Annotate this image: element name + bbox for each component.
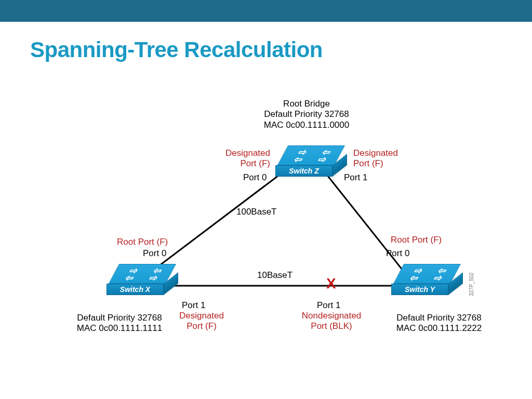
switch-y-label: Switch Y (405, 285, 435, 294)
switch-y-port1-role: Nondesignated Port (BLK) (290, 311, 373, 332)
switch-y: ⇨⇦ ⇦⇨ Switch Y (391, 264, 448, 295)
link-zx-label: 100BaseT (236, 207, 277, 217)
switch-z-label: Switch Z (289, 167, 319, 175)
switch-x-port1-label: Port 1 (182, 300, 205, 311)
switch-z-port0-role: Designated Port (F) (208, 148, 270, 169)
blocked-x-icon: X (326, 275, 336, 292)
switch-x-port1-role: Designated Port (F) (170, 311, 233, 332)
svg-line-0 (153, 169, 287, 270)
switch-x-port0-role: Root Port (F) (117, 237, 168, 247)
wires (0, 0, 532, 399)
switch-z-info: Root Bridge Default Priority 32768 MAC 0… (239, 99, 374, 130)
switch-x: ⇨⇦ ⇦⇨ Switch X (107, 264, 164, 295)
switch-x-port0-label: Port 0 (143, 248, 166, 259)
switch-z-port1-label: Port 1 (344, 172, 367, 183)
switch-x-label: Switch X (120, 285, 150, 294)
switch-y-port0-label: Port 0 (386, 248, 409, 259)
link-xy-label: 10BaseT (257, 270, 292, 281)
switch-y-port0-role: Root Port (F) (391, 235, 442, 245)
switch-y-info: Default Priority 32768 MAC 0c00.1111.222… (387, 313, 491, 334)
switch-z-port0-label: Port 0 (243, 172, 267, 183)
switch-z: ⇨⇦ ⇦⇨ Switch Z (275, 145, 332, 177)
switch-y-port1-label: Port 1 (317, 300, 340, 311)
switch-x-info: Default Priority 32768 MAC 0c00.1111.111… (68, 313, 171, 334)
switch-z-port1-role: Designated Port (F) (353, 148, 421, 169)
image-ref: 327P_502 (469, 272, 474, 296)
network-diagram: X ⇨⇦ ⇦⇨ Switch Z ⇨⇦ ⇦⇨ Switch X ⇨⇦ ⇦⇨ Sw… (0, 0, 532, 399)
